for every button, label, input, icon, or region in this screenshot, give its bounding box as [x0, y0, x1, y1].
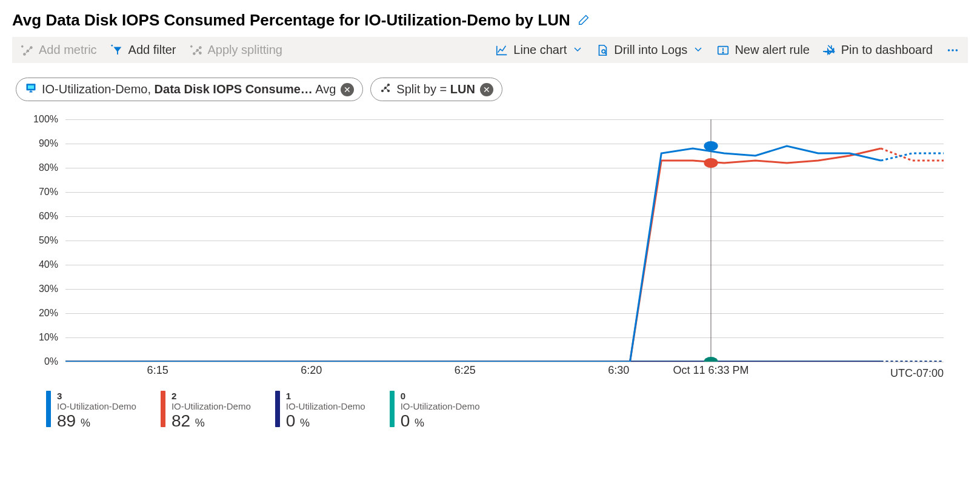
add-filter-button[interactable]: Add filter: [110, 43, 176, 57]
legend: 3IO-Utilization-Demo89 %2IO-Utilization-…: [46, 391, 968, 431]
timezone-label: UTC-07:00: [890, 367, 944, 380]
y-axis-labels: 0%10%20%30%40%50%60%70%80%90%100%: [19, 119, 63, 362]
edit-icon[interactable]: [578, 13, 591, 28]
page-title: Avg Data Disk IOPS Consumed Percentage f…: [12, 11, 570, 30]
new-alert-button[interactable]: New alert rule: [716, 43, 809, 57]
pin-button[interactable]: Pin to dashboard: [823, 43, 933, 57]
legend-item[interactable]: 2IO-Utilization-Demo82 %: [161, 391, 251, 431]
chevron-down-icon: [693, 43, 703, 57]
drill-logs-dropdown[interactable]: Drill into Logs: [596, 43, 703, 57]
svg-point-10: [948, 49, 950, 51]
close-icon[interactable]: ✕: [341, 83, 354, 96]
add-metric-button[interactable]: Add metric: [21, 43, 97, 57]
svg-point-9: [723, 51, 724, 52]
vm-icon: [25, 82, 37, 97]
plot: [65, 119, 944, 362]
close-icon[interactable]: ✕: [480, 83, 493, 96]
line-chart-icon: [495, 44, 508, 57]
svg-point-20: [704, 141, 718, 151]
legend-item[interactable]: 3IO-Utilization-Demo89 %: [46, 391, 136, 431]
svg-point-21: [704, 158, 718, 168]
logs-icon: [596, 44, 609, 57]
plus-scatter-icon: [21, 44, 34, 57]
split-plus-icon: [190, 44, 203, 57]
more-button[interactable]: [946, 44, 959, 57]
alert-icon: [716, 44, 730, 57]
svg-rect-14: [28, 85, 34, 89]
legend-item[interactable]: 1IO-Utilization-Demo0 %: [275, 391, 365, 431]
metric-pill[interactable]: IO-Utilization-Demo, Data Disk IOPS Cons…: [16, 78, 363, 101]
legend-item[interactable]: 0IO-Utilization-Demo0 %: [390, 391, 480, 431]
split-icon: [379, 82, 392, 97]
filter-plus-icon: [110, 44, 124, 57]
svg-point-22: [704, 357, 718, 362]
chevron-down-icon: [573, 43, 582, 57]
x-axis-labels: 6:156:206:256:30Oct 11 6:33 PM: [65, 362, 944, 380]
apply-splitting-button[interactable]: Apply splitting: [190, 43, 282, 57]
more-icon: [946, 44, 959, 57]
split-pill[interactable]: Split by = LUN ✕: [370, 78, 502, 101]
chart-type-dropdown[interactable]: Line chart: [495, 43, 582, 57]
svg-point-11: [952, 49, 954, 51]
pin-icon: [823, 44, 836, 57]
svg-point-12: [956, 49, 958, 51]
toolbar: Add metric Add filter Apply splitting Li…: [12, 37, 968, 63]
chart-area[interactable]: 0%10%20%30%40%50%60%70%80%90%100% 6:156:…: [19, 119, 944, 380]
